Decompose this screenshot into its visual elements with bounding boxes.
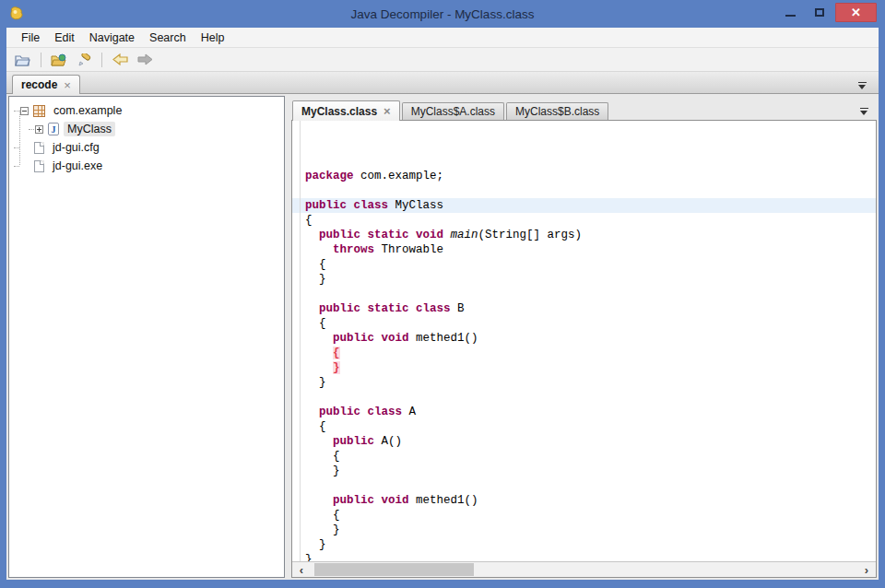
code-line: public void methed1() — [292, 493, 876, 508]
tab-label: MyClass$B.class — [515, 105, 599, 118]
tree-connector — [14, 166, 19, 167]
editor-tab-myclass-b-class[interactable]: MyClass$B.class — [506, 102, 608, 120]
code-line: } — [292, 375, 876, 390]
scroll-left-button[interactable]: ‹ — [294, 562, 309, 577]
forward-button[interactable] — [134, 50, 156, 70]
code-line: public static void main(String[] args) — [292, 228, 876, 242]
toolbar-separator — [41, 53, 41, 67]
tree-item-label: com.example — [50, 103, 125, 118]
tree-item-myclass[interactable]: JMyClass — [9, 120, 284, 138]
main-area: com.exampleJMyClassjd-gui.cfgjd-gui.exe … — [6, 94, 879, 580]
titlebar[interactable]: Java Decompiler - MyClass.class ✕ — [6, 0, 879, 28]
open-file-button[interactable] — [12, 50, 34, 70]
code-line: } — [292, 464, 876, 478]
tree-item-jd-gui-exe[interactable]: jd-gui.exe — [9, 157, 284, 175]
code-line: { — [292, 346, 876, 360]
client-area: FileEditNavigateSearchHelp recode× com.e… — [6, 28, 879, 580]
code-line — [292, 183, 876, 198]
menu-item-help[interactable]: Help — [194, 29, 232, 46]
close-icon: ✕ — [851, 6, 861, 18]
close-button[interactable]: ✕ — [835, 3, 877, 22]
editor-tab-overflow-button[interactable] — [856, 108, 871, 115]
toolbar — [6, 48, 879, 72]
package-icon — [33, 105, 45, 117]
workspace-tab-recode[interactable]: recode× — [12, 75, 80, 94]
tree-item-jd-gui-cfg[interactable]: jd-gui.cfg — [9, 138, 284, 157]
minimize-button[interactable] — [776, 3, 804, 22]
open-file-icon — [15, 53, 31, 66]
file-tree: com.exampleJMyClassjd-gui.cfgjd-gui.exe — [9, 97, 284, 175]
maximize-icon — [815, 8, 824, 17]
code-line — [292, 478, 876, 493]
code-margin-line — [300, 121, 301, 561]
editor-tab-strip: MyClass.class×MyClass$A.classMyClass$B.c… — [291, 96, 877, 120]
code-line: { — [292, 449, 876, 464]
tree-item-label: MyClass — [64, 122, 115, 136]
close-tab-icon[interactable]: × — [64, 79, 71, 91]
code-line: public static class B — [292, 301, 876, 316]
code-line: { — [292, 257, 876, 272]
code-line: { — [292, 508, 876, 523]
code-line: { — [292, 316, 876, 331]
tree-item-com-example[interactable]: com.example — [9, 101, 284, 120]
code-line: throws Throwable — [292, 242, 876, 257]
editor-body: package com.example; public class MyClas… — [291, 120, 877, 578]
menu-item-file[interactable]: File — [14, 29, 47, 46]
close-tab-icon[interactable]: × — [384, 105, 391, 117]
scrollbar-thumb[interactable] — [314, 563, 474, 576]
maximize-button[interactable] — [806, 3, 833, 22]
scrollbar-track[interactable] — [309, 563, 859, 576]
back-icon — [112, 53, 128, 65]
code-line: { — [292, 419, 876, 434]
open-type-button[interactable] — [48, 50, 70, 70]
code-line — [292, 287, 876, 301]
tab-label: recode — [21, 78, 57, 91]
editor-tab-myclass-a-class[interactable]: MyClass$A.class — [402, 102, 504, 120]
tree-item-label: jd-gui.cfg — [49, 140, 103, 155]
menu-bar: FileEditNavigateSearchHelp — [6, 28, 879, 48]
code-line: public class A — [292, 405, 876, 419]
minimize-icon — [785, 15, 796, 17]
code-line: public A() — [292, 434, 876, 449]
scroll-right-button[interactable]: › — [859, 562, 874, 577]
back-button[interactable] — [109, 50, 131, 70]
toolbar-separator — [101, 53, 102, 67]
editor-tab-myclass-class[interactable]: MyClass.class× — [292, 100, 400, 121]
horizontal-scrollbar[interactable]: ‹ › — [292, 561, 876, 577]
code-line: } — [292, 552, 876, 561]
code-line: package com.example; — [292, 169, 876, 183]
tab-label: MyClass$A.class — [411, 105, 495, 118]
code-line: } — [292, 537, 876, 552]
code-line: } — [292, 523, 876, 537]
code-line: } — [292, 360, 876, 375]
window-title: Java Decompiler - MyClass.class — [6, 7, 879, 21]
java-class-icon: J — [48, 123, 59, 135]
editor-pane: MyClass.class×MyClass$A.classMyClass$B.c… — [291, 96, 877, 578]
tab-overflow-icon — [858, 82, 867, 83]
file-icon — [34, 160, 44, 172]
tree-item-label: jd-gui.exe — [49, 159, 106, 173]
menu-item-edit[interactable]: Edit — [47, 29, 82, 46]
search-button[interactable] — [73, 50, 95, 70]
tab-overflow-icon — [860, 108, 868, 109]
code-line: public void methed1() — [292, 331, 876, 346]
tab-label: MyClass.class — [301, 105, 377, 118]
workspace-tab-overflow-button[interactable] — [855, 82, 869, 89]
code-line: { — [292, 213, 876, 228]
tree-connector — [29, 129, 34, 130]
tree-guide — [19, 111, 20, 165]
expander-plus-icon[interactable] — [35, 125, 43, 134]
code-line: public class MyClass — [292, 198, 876, 213]
tree-panel: com.exampleJMyClassjd-gui.cfgjd-gui.exe — [8, 96, 285, 578]
code-line — [292, 390, 876, 405]
app-window: Java Decompiler - MyClass.class ✕ FileEd… — [0, 0, 885, 588]
forward-icon — [137, 53, 153, 65]
file-icon — [34, 142, 44, 154]
code-editor[interactable]: package com.example; public class MyClas… — [292, 121, 876, 561]
expander-minus-icon[interactable] — [20, 107, 29, 115]
menu-item-search[interactable]: Search — [142, 29, 194, 46]
search-icon — [77, 53, 91, 66]
code-line: } — [292, 272, 876, 287]
workspace-tab-strip: recode× — [6, 72, 879, 94]
menu-item-navigate[interactable]: Navigate — [82, 29, 142, 46]
